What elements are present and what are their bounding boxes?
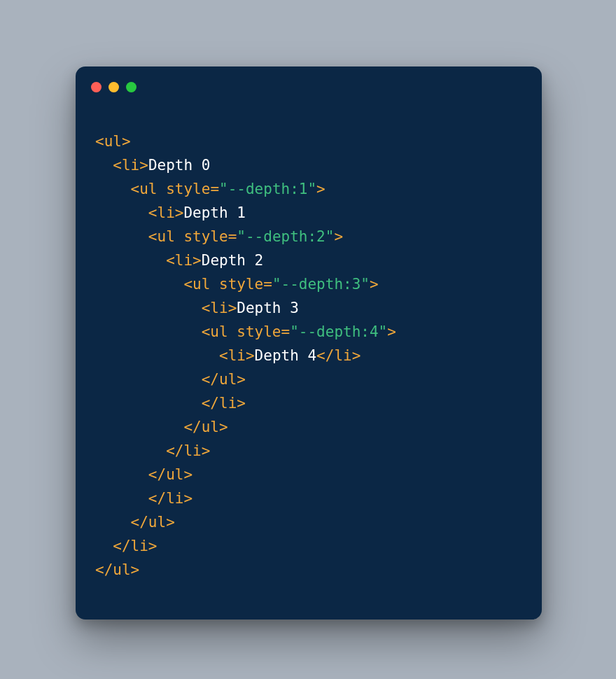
zoom-icon[interactable] xyxy=(126,82,136,92)
code-line: </li> xyxy=(95,486,522,510)
code-line: </ul> xyxy=(95,558,522,582)
code-line: <li>Depth 3 xyxy=(95,296,522,320)
code-token-tag: <li> xyxy=(202,300,237,316)
minimize-icon[interactable] xyxy=(108,82,119,92)
code-token-tag: <ul> xyxy=(95,133,131,150)
code-line: </li> xyxy=(95,391,522,415)
code-token-tag: <li> xyxy=(113,157,148,174)
code-token-tag: > xyxy=(370,276,379,293)
code-token-tag: </li> xyxy=(113,538,157,554)
code-token-attr: style xyxy=(219,276,263,293)
code-token-attr: style xyxy=(237,323,281,340)
code-line: </li> xyxy=(95,534,522,558)
code-token-tag: </ul> xyxy=(148,466,192,483)
code-token-text: Depth 2 xyxy=(202,252,264,269)
code-token-tag: > xyxy=(334,228,343,245)
code-token-str: "--depth:4" xyxy=(290,323,387,340)
code-line: <li>Depth 0 xyxy=(95,153,522,177)
code-line: <li>Depth 2 xyxy=(95,248,522,272)
code-line: </li> xyxy=(95,439,522,463)
code-token-tag: = xyxy=(281,323,290,340)
code-token-str: "--depth:2" xyxy=(237,228,334,245)
code-token-tag: </ul> xyxy=(131,514,175,531)
code-token-str: "--depth:1" xyxy=(219,181,316,197)
code-token-tag: <ul xyxy=(202,323,237,340)
code-token-tag: <ul xyxy=(183,276,219,293)
code-token-tag: </ul> xyxy=(202,371,246,388)
code-token-tag: <li> xyxy=(166,252,202,269)
code-token-tag: </ul> xyxy=(95,561,139,578)
code-token-tag: <ul xyxy=(131,181,167,197)
code-line: </ul> xyxy=(95,463,522,486)
code-token-tag: = xyxy=(228,228,237,245)
code-line: </ul> xyxy=(95,510,522,534)
window-traffic-lights xyxy=(91,82,136,92)
code-token-attr: style xyxy=(183,228,227,245)
code-token-tag: > xyxy=(387,323,396,340)
code-line: <ul style="--depth:1"> xyxy=(95,177,522,201)
code-token-text: Depth 1 xyxy=(183,204,246,221)
code-token-tag: </li> xyxy=(148,490,192,507)
code-token-tag: </li> xyxy=(316,347,360,364)
code-token-tag: = xyxy=(263,276,272,293)
code-line: <ul style="--depth:3"> xyxy=(95,272,522,296)
code-block: <ul> <li>Depth 0 <ul style="--depth:1"> … xyxy=(95,130,522,582)
code-token-tag: </li> xyxy=(166,442,210,459)
code-token-tag: <li> xyxy=(219,347,255,364)
code-line: <ul> xyxy=(95,130,522,153)
code-token-str: "--depth:3" xyxy=(272,276,370,293)
code-token-tag: </ul> xyxy=(183,419,227,435)
code-line: <li>Depth 4</li> xyxy=(95,344,522,368)
code-token-attr: style xyxy=(166,181,210,197)
code-token-tag: </li> xyxy=(202,395,246,412)
code-line: <ul style="--depth:4"> xyxy=(95,320,522,344)
code-token-tag: <li> xyxy=(148,204,184,221)
code-line: <ul style="--depth:2"> xyxy=(95,225,522,248)
close-icon[interactable] xyxy=(91,82,102,92)
code-line: </ul> xyxy=(95,415,522,439)
code-token-tag: > xyxy=(316,181,326,197)
code-window: <ul> <li>Depth 0 <ul style="--depth:1"> … xyxy=(76,66,542,620)
code-line: </ul> xyxy=(95,368,522,391)
code-token-tag: = xyxy=(210,181,219,197)
code-token-tag: <ul xyxy=(148,228,184,245)
code-line: <li>Depth 1 xyxy=(95,201,522,225)
stage: <ul> <li>Depth 0 <ul style="--depth:1"> … xyxy=(0,0,616,679)
code-token-text: Depth 3 xyxy=(237,300,299,316)
code-token-text: Depth 0 xyxy=(148,157,211,174)
code-token-text: Depth 4 xyxy=(255,347,317,364)
